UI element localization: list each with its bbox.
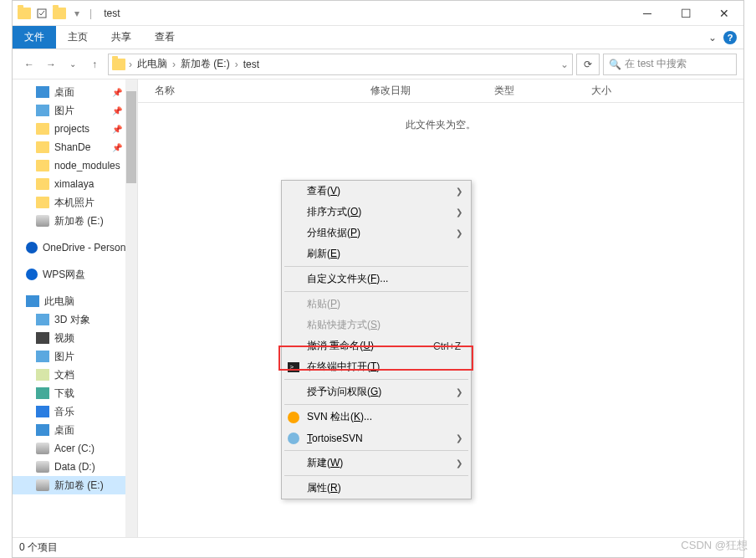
- download-icon: [36, 387, 49, 399]
- cm-svn-checkout[interactable]: SVN 检出(K)...: [282, 407, 471, 427]
- sidebar-item[interactable]: 桌面📌: [13, 83, 137, 101]
- qat-btn[interactable]: [34, 6, 49, 21]
- col-size[interactable]: 大小: [591, 84, 658, 98]
- sidebar-item[interactable]: Data (D:): [13, 458, 137, 476]
- nav-row: ← → ⌄ ↑ › 此电脑 › 新加卷 (E:) › test ⌄ ⟳ 🔍 在 …: [13, 49, 743, 79]
- search-input[interactable]: 🔍 在 test 中搜索: [603, 54, 737, 75]
- pic-icon: [36, 351, 49, 362]
- sidebar-wps[interactable]: WPS网盘: [13, 265, 137, 284]
- cm-group[interactable]: 分组依据(P)❯: [282, 223, 471, 243]
- scrollbar[interactable]: [125, 79, 137, 537]
- refresh-button[interactable]: ⟳: [576, 54, 600, 75]
- sidebar-item[interactable]: 下载: [13, 384, 137, 402]
- minimize-button[interactable]: ─: [628, 1, 667, 26]
- chevron-icon: ›: [235, 59, 238, 70]
- cm-customize[interactable]: 自定义文件夹(F)...: [282, 269, 471, 289]
- sidebar-item[interactable]: 桌面: [13, 421, 137, 439]
- app-icon: [18, 8, 31, 19]
- sidebar-item[interactable]: ximalaya: [13, 175, 137, 193]
- sidebar-item[interactable]: 本机照片: [13, 193, 137, 212]
- folder-icon: [36, 160, 49, 171]
- desktop-icon: [36, 86, 49, 98]
- pc-icon: [26, 295, 39, 307]
- sidebar-item[interactable]: Acer (C:): [13, 439, 137, 458]
- help-icon[interactable]: ?: [723, 31, 737, 44]
- cm-new[interactable]: 新建(W)❯: [282, 453, 471, 474]
- titlebar: ▾ | test ─ ☐ ✕: [13, 1, 743, 26]
- ribbon: 文件 主页 共享 查看 ⌄ ?: [13, 26, 743, 49]
- recent-dropdown[interactable]: ⌄: [63, 54, 83, 74]
- ribbon-expand-icon[interactable]: ⌄: [708, 32, 717, 44]
- col-type[interactable]: 类型: [494, 84, 591, 98]
- sidebar-onedrive[interactable]: OneDrive - Personal: [13, 238, 137, 257]
- close-button[interactable]: ✕: [705, 1, 743, 26]
- tab-file[interactable]: 文件: [13, 26, 56, 49]
- sidebar-item[interactable]: ShanDe📌: [13, 138, 137, 156]
- search-icon: 🔍: [609, 59, 621, 70]
- cm-view[interactable]: 查看(V)❯: [282, 181, 471, 202]
- sidebar-item[interactable]: 图片: [13, 347, 137, 366]
- sidebar-item[interactable]: 视频: [13, 329, 137, 347]
- cm-terminal[interactable]: >_在终端中打开(T): [282, 356, 471, 377]
- tab-home[interactable]: 主页: [56, 26, 100, 49]
- cm-tortoise[interactable]: TortoiseSVN❯: [282, 427, 471, 448]
- doc-icon: [36, 369, 49, 381]
- separator: [284, 450, 468, 451]
- cm-sort[interactable]: 排序方式(O)❯: [282, 202, 471, 223]
- window-title: test: [99, 8, 120, 19]
- col-name[interactable]: 名称: [155, 84, 370, 98]
- pic-icon: [36, 314, 49, 325]
- cm-refresh[interactable]: 刷新(E): [282, 243, 471, 264]
- back-button[interactable]: ←: [19, 54, 39, 74]
- crumb[interactable]: test: [242, 59, 261, 70]
- statusbar: 0 个项目: [13, 537, 743, 557]
- sidebar-item[interactable]: 新加卷 (E:): [13, 212, 137, 230]
- item-count: 0 个项目: [19, 540, 58, 555]
- search-placeholder: 在 test 中搜索: [625, 57, 687, 71]
- folder-icon: [36, 178, 49, 190]
- sidebar-item[interactable]: 3D 对象: [13, 310, 137, 329]
- sidebar-item[interactable]: 新加卷 (E:): [13, 476, 137, 494]
- sidebar-item[interactable]: 音乐: [13, 402, 137, 421]
- drive-icon: [36, 443, 49, 454]
- cloud-icon: [26, 242, 38, 253]
- pic-icon: [36, 105, 49, 116]
- up-button[interactable]: ↑: [84, 54, 105, 74]
- maximize-button[interactable]: ☐: [667, 1, 705, 26]
- scrollbar-thumb[interactable]: [126, 91, 136, 183]
- separator: [284, 266, 468, 267]
- column-headers: 名称 修改日期 类型 大小: [138, 79, 743, 103]
- qat-dropdown[interactable]: ▾: [69, 6, 84, 21]
- col-date[interactable]: 修改日期: [370, 84, 494, 98]
- chevron-icon: ›: [172, 59, 176, 70]
- sidebar-item[interactable]: 图片📌: [13, 101, 137, 120]
- folder-icon: [36, 141, 49, 153]
- sidebar-thispc[interactable]: 此电脑: [13, 292, 137, 310]
- shortcut: Ctrl+Z: [433, 340, 461, 352]
- pin-icon: 📌: [112, 143, 122, 152]
- sidebar-item[interactable]: projects📌: [13, 120, 137, 138]
- chevron-right-icon: ❯: [456, 387, 462, 397]
- wps-icon: [26, 269, 38, 280]
- watermark: CSDN @狂想: [681, 538, 748, 553]
- cm-properties[interactable]: 属性(R): [282, 478, 471, 499]
- drive-icon: [36, 215, 49, 227]
- tab-share[interactable]: 共享: [100, 26, 143, 49]
- crumb[interactable]: 新加卷 (E:): [179, 57, 232, 71]
- desktop-icon: [36, 424, 49, 436]
- sidebar-item[interactable]: 文档: [13, 366, 137, 384]
- address-bar[interactable]: › 此电脑 › 新加卷 (E:) › test ⌄: [108, 54, 573, 75]
- qat: ▾ |: [13, 6, 99, 21]
- sidebar-item[interactable]: node_modules: [13, 156, 137, 175]
- sys-buttons: ─ ☐ ✕: [628, 1, 743, 26]
- tab-view[interactable]: 查看: [143, 26, 186, 49]
- cm-undo[interactable]: 撤消 重命名(U)Ctrl+Z: [282, 335, 471, 356]
- cm-access[interactable]: 授予访问权限(G)❯: [282, 381, 471, 402]
- forward-button[interactable]: →: [41, 54, 61, 74]
- music-icon: [36, 406, 49, 417]
- crumb[interactable]: 此电脑: [135, 57, 169, 71]
- chevron-right-icon: ❯: [456, 433, 462, 443]
- nav-arrows: ← → ⌄ ↑: [19, 54, 105, 74]
- address-dropdown[interactable]: ⌄: [560, 59, 569, 70]
- separator: [284, 475, 468, 476]
